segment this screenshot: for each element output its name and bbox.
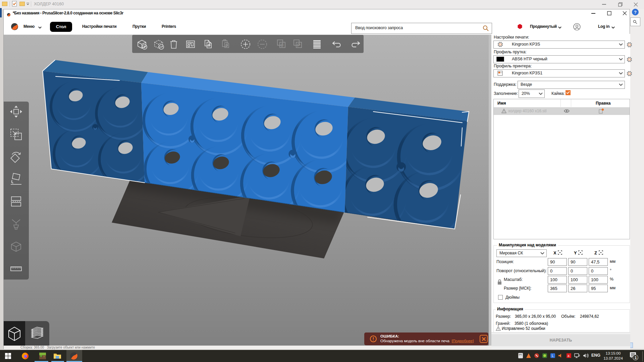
svg-text:L: L — [552, 354, 554, 358]
svg-text:EPIC: EPIC — [519, 354, 523, 356]
svg-text:a: a — [568, 354, 570, 358]
svg-text:1: 1 — [635, 356, 637, 360]
svg-text:P: P — [297, 43, 300, 48]
svg-text:0: 0 — [281, 43, 283, 48]
